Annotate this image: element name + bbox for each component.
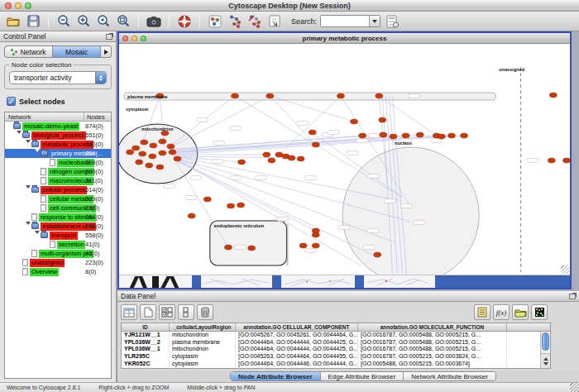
expand-arrow-icon[interactable] bbox=[34, 231, 41, 240]
tab-network-attribute-browser[interactable]: Network Attribute Browser bbox=[404, 372, 495, 380]
destroy-network-icon[interactable] bbox=[246, 13, 263, 30]
expand-arrow-icon[interactable] bbox=[25, 222, 31, 231]
network-node[interactable] bbox=[237, 203, 245, 208]
tree-item-mosaic-demo-yeast[interactable]: mosaic-demo-yeast874(0) bbox=[5, 122, 111, 131]
tree-item-multi-organism-pro[interactable]: multi-organism pro42(0) bbox=[5, 249, 111, 258]
network-node[interactable] bbox=[549, 93, 557, 98]
column-header-cellular-component[interactable]: annotation.GO CELLULAR_COMPONENT bbox=[236, 323, 358, 331]
save-icon[interactable] bbox=[25, 13, 41, 30]
tree-item-establishment-of-lo[interactable]: establishment of lo558(0) bbox=[5, 222, 111, 231]
network-from-selection-icon[interactable] bbox=[227, 13, 243, 30]
network-node[interactable] bbox=[169, 150, 176, 155]
open-icon[interactable] bbox=[5, 13, 22, 30]
delete-attribute-icon[interactable] bbox=[197, 304, 213, 320]
table-row[interactable]: YPL036W__1mitochondrion[GO:0044464, GO:0… bbox=[122, 346, 550, 353]
network-node[interactable] bbox=[351, 119, 358, 124]
plugin-manager-icon[interactable] bbox=[384, 13, 400, 30]
network-node[interactable] bbox=[136, 160, 143, 165]
tabs-overflow-arrow-icon[interactable] bbox=[101, 45, 112, 58]
tree-item-response-to-stimulu[interactable]: response to stimulu264(0) bbox=[5, 213, 111, 222]
network-node[interactable] bbox=[139, 151, 146, 156]
network-node[interactable] bbox=[312, 142, 319, 147]
network-node[interactable] bbox=[203, 197, 211, 202]
network-node[interactable] bbox=[312, 232, 319, 237]
network-node[interactable] bbox=[390, 134, 397, 139]
table-row[interactable]: YLR295Ccytoplasm[GO:0045263, GO:0044464,… bbox=[122, 353, 550, 361]
network-node[interactable] bbox=[380, 132, 387, 137]
tree-item-overview[interactable]: Overview8(0) bbox=[5, 267, 111, 276]
network-node[interactable] bbox=[227, 203, 234, 208]
search-dropdown-arrow-icon[interactable] bbox=[369, 16, 380, 26]
table-row[interactable]: YPL036W__2plasma membrane[GO:0044464, GO… bbox=[122, 339, 550, 347]
tree-item-macromolecule[interactable]: macromolecule311(0) bbox=[5, 176, 111, 185]
select-attributes-icon[interactable] bbox=[159, 304, 175, 320]
network-node[interactable] bbox=[379, 117, 386, 122]
network-node[interactable] bbox=[447, 133, 455, 138]
network-node[interactable] bbox=[167, 144, 175, 149]
select-nodes-checkbox[interactable]: ✓ bbox=[7, 97, 16, 106]
network-node[interactable] bbox=[299, 243, 307, 248]
network-node[interactable] bbox=[402, 133, 409, 138]
network-node[interactable] bbox=[231, 93, 238, 98]
float-panel-icon[interactable] bbox=[569, 294, 576, 299]
network-node[interactable] bbox=[275, 152, 283, 157]
tab-node-attribute-browser[interactable]: Node Attribute Browser bbox=[231, 372, 321, 380]
network-node[interactable] bbox=[266, 93, 274, 98]
tab-edge-attribute-browser[interactable]: Edge Attribute Browser bbox=[321, 372, 404, 380]
zoom-out-icon[interactable] bbox=[55, 13, 72, 30]
network-node[interactable] bbox=[548, 158, 555, 163]
scrollbar-arrows[interactable] bbox=[541, 353, 550, 368]
expand-arrow-icon[interactable] bbox=[34, 149, 41, 158]
expand-arrow-icon[interactable] bbox=[25, 140, 31, 149]
tree-item-nucleobase[interactable]: nucleobase-209(0) bbox=[5, 158, 111, 167]
import-attributes-icon[interactable] bbox=[512, 304, 529, 320]
tree-item-cell-communicat[interactable]: cell communicat22(0) bbox=[5, 203, 111, 213]
tab-network[interactable]: Network bbox=[4, 45, 52, 58]
tree-item-metabolic-process[interactable]: metabolic process280(0) bbox=[5, 140, 111, 149]
network-node[interactable] bbox=[156, 165, 164, 170]
tab-mosaic[interactable]: Mosaic bbox=[52, 45, 101, 58]
network-node[interactable] bbox=[238, 160, 246, 165]
zoom-selected-icon[interactable] bbox=[95, 13, 112, 30]
network-node[interactable] bbox=[146, 163, 153, 168]
network-node[interactable] bbox=[127, 150, 134, 155]
tree-item-nitrogen-compo[interactable]: nitrogen compo209(0) bbox=[5, 167, 111, 176]
window-resize-grip[interactable] bbox=[561, 265, 569, 274]
vizmapper-icon[interactable] bbox=[207, 13, 223, 30]
network-node[interactable] bbox=[374, 252, 381, 257]
network-node[interactable] bbox=[248, 246, 256, 251]
network-node[interactable] bbox=[224, 245, 232, 250]
tree-item-primary-metabo[interactable]: primary metabo209(... bbox=[5, 149, 111, 158]
network-node[interactable] bbox=[359, 133, 366, 138]
network-node[interactable] bbox=[288, 155, 295, 160]
network-node[interactable] bbox=[416, 132, 423, 137]
search-input[interactable] bbox=[321, 16, 369, 26]
network-node[interactable] bbox=[309, 130, 316, 135]
table-scrollbar[interactable] bbox=[540, 332, 550, 368]
network-node[interactable] bbox=[268, 158, 275, 163]
network-node[interactable] bbox=[337, 93, 344, 98]
table-row[interactable]: YJR121W__1mitochondrion[GO:0045267, GO:0… bbox=[122, 332, 550, 339]
expand-arrow-icon[interactable] bbox=[25, 185, 31, 194]
column-header-region[interactable]: _cellularLayoutRegion bbox=[170, 323, 236, 331]
matrix-icon[interactable] bbox=[531, 304, 548, 320]
float-panel-icon[interactable] bbox=[106, 34, 112, 40]
table-row[interactable]: YDR039C__1mitochondrion[GO:0044464, GO:0… bbox=[122, 367, 550, 368]
unselect-attributes-icon[interactable] bbox=[178, 304, 194, 320]
column-header-molecular-function[interactable]: annotation.GO MOLECULAR_FUNCTION bbox=[358, 323, 507, 331]
network-node[interactable] bbox=[263, 152, 270, 157]
scrollbar-thumb[interactable] bbox=[542, 332, 549, 351]
tree-item-cellular-metabo[interactable]: cellular metabo209(0) bbox=[5, 194, 111, 203]
help-icon[interactable] bbox=[176, 13, 193, 30]
network-node[interactable] bbox=[297, 156, 304, 161]
network-node[interactable] bbox=[174, 156, 181, 161]
network-node[interactable] bbox=[188, 213, 195, 218]
network-node[interactable] bbox=[159, 139, 166, 144]
zoom-in-icon[interactable] bbox=[75, 13, 92, 30]
table-row[interactable]: YKR052Ccytoplasm[GO:0044464, GO:0044446,… bbox=[122, 360, 550, 367]
node-color-dropdown[interactable]: transporter activity bbox=[9, 71, 107, 84]
annotation-icon[interactable] bbox=[266, 13, 283, 30]
network-node[interactable] bbox=[376, 93, 383, 98]
network-node[interactable] bbox=[461, 133, 468, 138]
network-node[interactable] bbox=[141, 140, 148, 145]
